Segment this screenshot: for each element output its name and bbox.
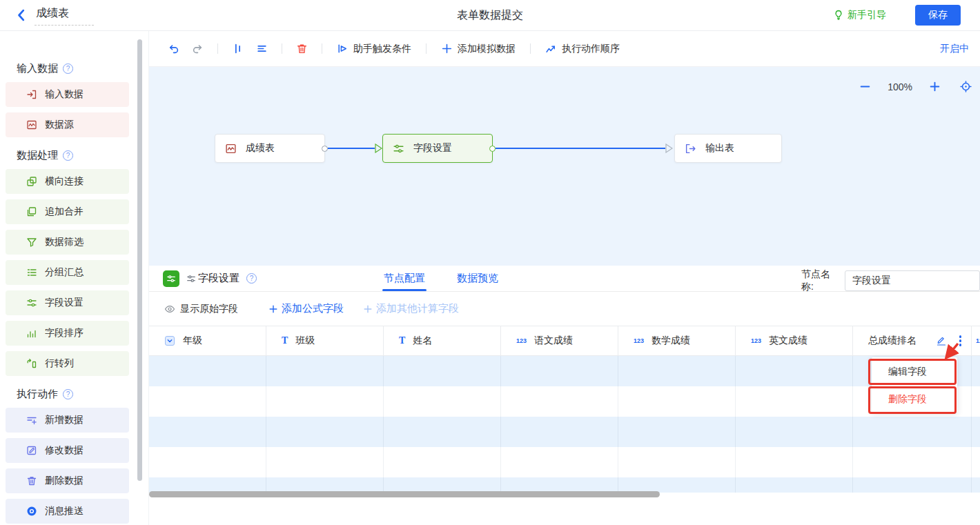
column-header-name[interactable]: T 姓名 [384, 326, 501, 355]
node-name-label: 节点名称: [801, 268, 839, 293]
main-area: 助手触发条件 添加模拟数据 执行动作顺序 开启中 100% [148, 31, 980, 525]
column-label: 总成绩排名 [868, 335, 917, 347]
help-icon[interactable]: ? [63, 63, 73, 74]
output-port[interactable] [322, 146, 328, 152]
redo-icon[interactable] [192, 43, 204, 55]
column-header-class[interactable]: T 班级 [266, 326, 384, 355]
sidebar-item-group-summary[interactable]: 分组汇总 [6, 260, 129, 285]
help-icon[interactable]: ? [63, 150, 73, 161]
toolbar-divider [426, 43, 427, 54]
node-name-input[interactable] [845, 270, 980, 291]
sidebar-section-input-data: 输入数据 ? 输入数据 数据源 [0, 61, 131, 137]
column-header-total-rank[interactable]: 总成绩排名 [853, 326, 972, 355]
text-type-icon: T [282, 335, 288, 346]
beginner-guide-button[interactable]: 新手引导 [833, 9, 886, 21]
column-header-grade[interactable]: 年级 [149, 326, 266, 355]
output-port[interactable] [489, 146, 496, 152]
node-label: 成绩表 [246, 142, 275, 155]
save-button[interactable]: 保存 [915, 5, 961, 26]
row-to-column-icon [26, 358, 37, 369]
sidebar-item-label: 数据筛选 [45, 236, 84, 248]
action-order-label: 执行动作顺序 [562, 43, 620, 55]
chevron-left-icon [14, 8, 29, 23]
sidebar-item-message-push[interactable]: 消息推送 [6, 499, 129, 524]
back-button[interactable] [14, 8, 29, 23]
delete-node-icon[interactable] [296, 43, 308, 55]
topbar-actions: 新手引导 保存 [833, 5, 980, 26]
table-row [149, 356, 980, 386]
sidebar-item-row-to-column[interactable]: 行转列 [6, 351, 129, 376]
fit-view-icon[interactable] [960, 81, 972, 92]
sidebar-item-input-data[interactable]: 输入数据 [6, 82, 129, 107]
sidebar-scrollbar[interactable] [137, 39, 142, 481]
column-header-partial[interactable]: 123 [972, 326, 980, 355]
flow-canvas[interactable]: 100% 成绩表 字段设置 输出表 [149, 67, 980, 266]
horizontal-scrollbar[interactable] [149, 491, 660, 497]
add-formula-field-label: 添加公式字段 [282, 302, 344, 315]
sidebar-item-field-settings[interactable]: 字段设置 [6, 290, 129, 315]
action-order-button[interactable]: 执行动作顺序 [545, 43, 620, 55]
undo-icon[interactable] [168, 43, 179, 55]
sidebar-item-data-filter[interactable]: 数据筛选 [6, 230, 129, 255]
node-field-settings[interactable]: 字段设置 [382, 134, 493, 163]
field-settings-icon [393, 143, 404, 155]
join-icon [26, 176, 37, 187]
edit-field-icon[interactable] [936, 335, 947, 346]
sidebar-item-label: 行转列 [45, 357, 74, 370]
append-merge-icon [26, 206, 37, 217]
sidebar-item-datasource[interactable]: 数据源 [6, 112, 129, 137]
zoom-out-icon[interactable] [859, 81, 871, 92]
zoom-in-icon[interactable] [929, 81, 941, 92]
field-table-body [149, 356, 980, 493]
panel-header: 字段设置 ? 节点配置 数据预览 节点名称: [149, 266, 980, 292]
sidebar-item-append-merge[interactable]: 追加合并 [6, 199, 129, 224]
sidebar-item-add-data[interactable]: 新增数据 [6, 408, 129, 433]
section-title-label: 输入数据 [17, 62, 58, 75]
menu-item-edit-field[interactable]: 编辑字段 [872, 357, 957, 385]
column-label: 数学成绩 [651, 335, 690, 347]
show-original-fields-toggle[interactable]: 显示原始字段 [164, 303, 238, 315]
table-row [149, 417, 980, 447]
workflow-status[interactable]: 开启中 [940, 43, 969, 55]
help-icon[interactable]: ? [246, 273, 257, 284]
number-type-icon: 123 [751, 337, 761, 344]
field-settings-badge-icon [163, 270, 179, 287]
add-data-icon [26, 415, 37, 426]
align-vertical-icon[interactable] [232, 43, 244, 55]
field-settings-mini-icon [186, 274, 196, 284]
node-palette-sidebar: 输入数据 ? 输入数据 数据源 数据处理 ? 横向连接 [0, 31, 131, 525]
field-menu-icon[interactable] [958, 334, 963, 348]
number-type-icon: 123 [976, 337, 980, 344]
menu-item-delete-field[interactable]: 删除字段 [872, 385, 957, 413]
tab-data-preview[interactable]: 数据预览 [457, 266, 498, 291]
sidebar-item-label: 数据源 [45, 119, 74, 131]
node-score-table[interactable]: 成绩表 [215, 134, 325, 163]
sidebar-item-field-sort[interactable]: 字段排序 [6, 321, 129, 346]
action-order-icon [545, 43, 557, 55]
datasource-icon [225, 143, 237, 155]
text-type-icon: T [399, 335, 405, 346]
column-header-chinese-score[interactable]: 123 语文成绩 [501, 326, 618, 355]
message-push-icon [26, 506, 37, 517]
export-icon [685, 143, 696, 155]
add-other-calc-field-button[interactable]: 添加其他计算字段 [363, 302, 459, 315]
help-icon[interactable]: ? [63, 389, 73, 399]
node-output-table[interactable]: 输出表 [674, 134, 782, 163]
add-mock-data-button[interactable]: 添加模拟数据 [441, 43, 516, 55]
trigger-play-icon [337, 43, 349, 55]
column-header-english-score[interactable]: 123 英文成绩 [736, 326, 853, 355]
add-mock-data-label: 添加模拟数据 [458, 43, 516, 55]
add-formula-field-button[interactable]: 添加公式字段 [268, 302, 344, 315]
node-config-panel: 字段设置 ? 节点配置 数据预览 节点名称: 显示原始字段 添 [149, 266, 980, 525]
column-header-math-score[interactable]: 123 数学成绩 [618, 326, 736, 355]
workflow-title[interactable]: 成绩表 [35, 5, 94, 26]
edge-settings-to-output [496, 148, 665, 149]
sidebar-item-edit-data[interactable]: 修改数据 [6, 438, 129, 463]
assistant-trigger-button[interactable]: 助手触发条件 [337, 43, 411, 55]
sidebar-item-delete-data[interactable]: 删除数据 [6, 468, 129, 493]
sidebar-item-horizontal-join[interactable]: 横向连接 [6, 169, 129, 194]
node-label: 字段设置 [413, 142, 452, 155]
tab-node-config[interactable]: 节点配置 [384, 266, 425, 291]
column-tools [936, 334, 972, 348]
align-horizontal-icon[interactable] [256, 43, 268, 55]
